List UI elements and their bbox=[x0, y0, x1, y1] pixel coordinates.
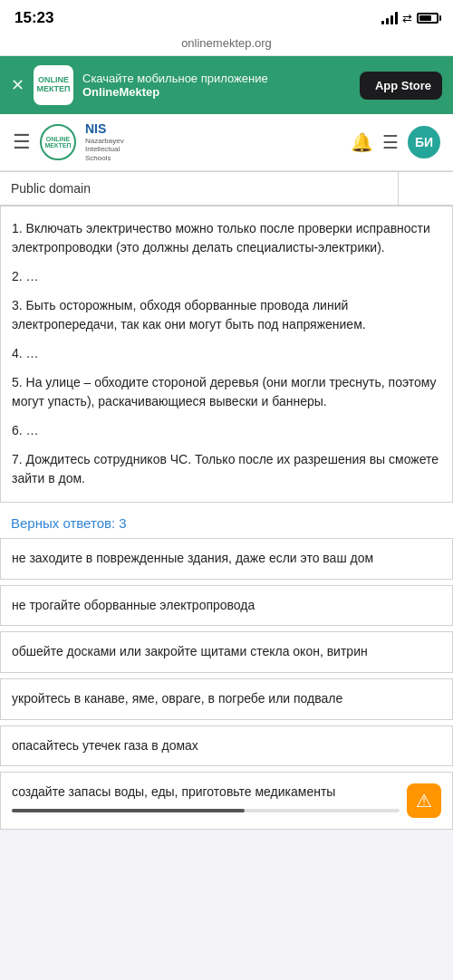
battery-icon bbox=[417, 13, 439, 24]
answer-option-5[interactable]: опасайтесь утечек газа в домах bbox=[0, 725, 453, 767]
content-p1: 1. Включать электричество можно только п… bbox=[12, 219, 441, 258]
warning-icon: ⚠ bbox=[407, 783, 441, 818]
banner-title: Скачайте мобильное приложение bbox=[82, 72, 351, 85]
answer-text-1: не заходите в поврежденные здания, даже … bbox=[12, 551, 373, 565]
content-p4: 4. … bbox=[12, 344, 441, 364]
answer-content-6: создайте запасы воды, еды, приготовьте м… bbox=[12, 783, 400, 812]
url-bar: onlinemektep.org bbox=[0, 33, 453, 56]
user-avatar[interactable]: БИ bbox=[408, 126, 440, 159]
content-p5: 5. На улице – обходите стороной деревья … bbox=[12, 373, 441, 412]
answer-option-6[interactable]: создайте запасы воды, еды, приготовьте м… bbox=[0, 772, 453, 830]
answer-text-2: не трогайте оборванные электропровода bbox=[12, 598, 255, 612]
table-col-2 bbox=[399, 172, 453, 205]
nis-subtitle: NazarbayevIntellectualSchools bbox=[85, 137, 124, 163]
table-col-1: Public domain bbox=[0, 172, 399, 205]
signal-icon bbox=[381, 12, 398, 24]
content-text: 1. Включать электричество можно только п… bbox=[12, 219, 441, 490]
app-store-label: App Store bbox=[375, 79, 431, 92]
list-view-icon[interactable]: ☰ bbox=[382, 131, 399, 153]
content-p3: 3. Быть осторожным, обходя оборванные пр… bbox=[12, 296, 441, 335]
answer-text-6: создайте запасы воды, еды, приготовьте м… bbox=[12, 784, 335, 799]
correct-answers-label: Верных ответов: 3 bbox=[0, 504, 453, 538]
table-header: Public domain bbox=[0, 171, 453, 206]
answer-text-5: опасайтесь утечек газа в домах bbox=[12, 738, 198, 753]
status-icons: ⇄ bbox=[381, 12, 439, 25]
status-time: 15:23 bbox=[14, 9, 53, 27]
banner-close-button[interactable]: ✕ bbox=[11, 75, 24, 95]
progress-bar-fill bbox=[12, 809, 245, 812]
answer-option-4[interactable]: укройтесь в канаве, яме, овраге, в погре… bbox=[0, 678, 453, 720]
banner-subtitle: OnlineMektep bbox=[82, 85, 351, 99]
app-banner: ✕ ONLINEМЕКТЕП Скачайте мобильное прилож… bbox=[0, 56, 453, 114]
nav-logo: ONLINEМЕКТЕП bbox=[40, 124, 76, 160]
url-text: onlinemektep.org bbox=[181, 36, 272, 50]
banner-text: Скачайте мобильное приложение OnlineMekt… bbox=[82, 72, 351, 99]
notification-bell-icon[interactable]: 🔔 bbox=[351, 131, 373, 153]
answer-text-4: укройтесь в канаве, яме, овраге, в погре… bbox=[12, 691, 342, 706]
content-box: 1. Включать электричество можно только п… bbox=[0, 206, 453, 504]
status-bar: 15:23 ⇄ bbox=[0, 0, 453, 33]
answer-option-2[interactable]: не трогайте оборванные электропровода bbox=[0, 585, 453, 627]
banner-logo: ONLINEМЕКТЕП bbox=[34, 65, 73, 105]
hamburger-menu-icon[interactable]: ☰ bbox=[13, 130, 31, 154]
content-p6: 6. … bbox=[12, 421, 441, 441]
nis-label: NIS bbox=[85, 121, 124, 137]
app-store-button[interactable]: App Store bbox=[360, 72, 442, 100]
progress-bar bbox=[12, 809, 400, 812]
nav-bar: ☰ ONLINEМЕКТЕП NIS NazarbayevIntellectua… bbox=[0, 114, 453, 171]
content-p7: 7. Дождитесь сотрудников ЧС. Только посл… bbox=[12, 450, 441, 489]
main-content: Public domain 1. Включать электричество … bbox=[0, 171, 453, 831]
content-p2: 2. … bbox=[12, 267, 441, 287]
answer-option-1[interactable]: не заходите в поврежденные здания, даже … bbox=[0, 538, 453, 580]
answer-option-3[interactable]: обшейте досками или закройте щитами стек… bbox=[0, 631, 453, 673]
nis-logo: NIS NazarbayevIntellectualSchools bbox=[85, 121, 124, 163]
wifi-icon: ⇄ bbox=[402, 12, 412, 25]
answer-text-3: обшейте досками или закройте щитами стек… bbox=[12, 644, 368, 658]
